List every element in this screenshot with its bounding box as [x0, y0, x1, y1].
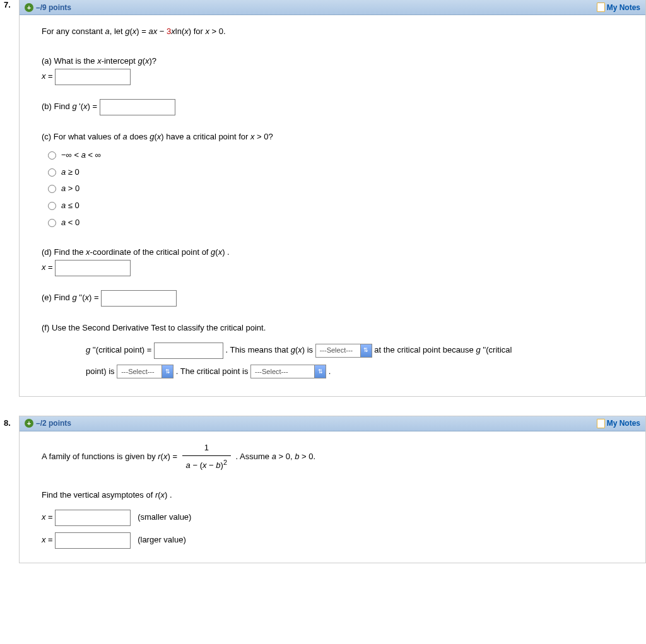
- text: (a) What is the: [42, 56, 97, 66]
- q8-intro: A family of functions is given by r(x) =…: [42, 440, 633, 474]
- select-7f-3[interactable]: ---Select---⇅: [250, 365, 326, 378]
- text: ) =: [89, 293, 101, 303]
- radio-7c-4[interactable]: [48, 202, 56, 210]
- text: > 0?: [254, 132, 273, 141]
- question-number-8: 8.: [0, 416, 19, 428]
- q7-part-f: (f) Use the Second Derivative Test to cl…: [42, 320, 633, 379]
- input-8-smaller[interactable]: [55, 510, 131, 526]
- note: (smaller value): [138, 512, 191, 522]
- question-body-8: A family of functions is given by r(x) =…: [20, 431, 645, 563]
- input-7b[interactable]: [100, 99, 175, 115]
- text: ) =: [167, 452, 179, 461]
- chevron-updown-icon: ⇅: [360, 344, 372, 357]
- text: ''(critical point) =: [93, 345, 154, 354]
- var-a: a: [272, 452, 276, 461]
- q8-find: Find the vertical asymptotes of r(x) .: [42, 488, 633, 503]
- var-g: g: [138, 56, 142, 66]
- denominator: a − (x − b)2: [182, 456, 231, 474]
- select-text: ---Select---: [251, 365, 314, 378]
- text: ln(: [175, 26, 184, 36]
- radio-7c-1[interactable]: [48, 151, 56, 160]
- question-header-8: + –/2 points My Notes: [20, 416, 645, 431]
- text: −: [157, 26, 167, 36]
- points-label: –/9 points: [36, 3, 71, 12]
- text: ) for: [189, 26, 206, 36]
- radio-7c-2[interactable]: [48, 168, 56, 177]
- text: -intercept: [102, 56, 138, 66]
- text: point) is: [86, 366, 117, 376]
- text: does: [127, 132, 150, 141]
- notes-icon: [597, 3, 605, 12]
- var-g: g: [86, 345, 93, 354]
- numerator: 1: [182, 440, 231, 457]
- text: ) .: [165, 490, 172, 500]
- select-text: ---Select---: [316, 344, 360, 357]
- var-a: a: [123, 132, 127, 141]
- q7-part-e: (e) Find g ''(x) =: [42, 290, 633, 307]
- var-g: g: [72, 102, 79, 112]
- text: ) =: [88, 102, 100, 112]
- var-g: g: [476, 345, 483, 354]
- q7-part-d: (d) Find the x-coordinate of the critica…: [42, 245, 633, 277]
- text: (c) For what values of: [42, 132, 123, 141]
- select-7f-2[interactable]: ---Select---⇅: [117, 365, 173, 378]
- input-7d[interactable]: [55, 260, 131, 276]
- my-notes-link[interactable]: My Notes: [607, 419, 640, 428]
- text: . This means that: [226, 345, 291, 354]
- text: (d) Find the: [42, 247, 86, 257]
- q8-answer-1: x = (smaller value): [42, 510, 633, 526]
- text: ) have a critical point for: [161, 132, 250, 141]
- question-body-7: For any constant a, let g(x) = ax − 3xln…: [20, 15, 645, 396]
- text: . Assume: [236, 452, 272, 461]
- input-7a[interactable]: [55, 69, 131, 85]
- label: a ≤ 0: [61, 198, 79, 214]
- label: a ≥ 0: [61, 165, 79, 180]
- input-7e[interactable]: [101, 290, 177, 307]
- text: =: [46, 512, 56, 522]
- question-7: + –/9 points My Notes For any constant a…: [19, 0, 646, 397]
- chevron-updown-icon: ⇅: [162, 365, 173, 378]
- text: =: [46, 263, 56, 272]
- input-8-larger[interactable]: [55, 532, 131, 549]
- q8-answer-2: x = (larger value): [42, 532, 633, 549]
- text: ''(critical: [483, 345, 512, 354]
- radio-7c-3[interactable]: [48, 185, 56, 193]
- var-g: g: [150, 132, 154, 141]
- select-7f-1[interactable]: ---Select---⇅: [315, 344, 372, 358]
- text: ) is: [302, 345, 315, 354]
- text: )?: [150, 56, 157, 66]
- text: (f) Use the Second Derivative Test to cl…: [42, 320, 633, 336]
- text: For any constant: [42, 26, 105, 36]
- text: (b) Find: [42, 102, 72, 112]
- var-g: g: [125, 26, 129, 36]
- text: > 0.: [209, 26, 226, 36]
- text: > 0.: [299, 452, 315, 461]
- label: a > 0: [61, 181, 79, 197]
- text: at the critical point because: [374, 345, 476, 354]
- text: .: [329, 366, 331, 376]
- text: =: [46, 535, 56, 544]
- text: > 0,: [276, 452, 295, 461]
- text: . The critical point is: [176, 366, 250, 376]
- expand-icon[interactable]: +: [25, 419, 33, 428]
- q7-part-b: (b) Find g '(x) =: [42, 99, 633, 115]
- var-g: g: [291, 345, 295, 354]
- q7-part-c: (c) For what values of a does g(x) have …: [42, 129, 633, 230]
- q7-part-a: (a) What is the x-intercept g(x)? x =: [42, 54, 633, 86]
- q7-intro: For any constant a, let g(x) = ax − 3xln…: [42, 24, 633, 40]
- my-notes-link[interactable]: My Notes: [607, 3, 640, 12]
- text: =: [46, 72, 56, 81]
- points-label: –/2 points: [36, 419, 71, 428]
- text: ) =: [136, 26, 148, 36]
- label: a < 0: [61, 215, 79, 231]
- chevron-updown-icon: ⇅: [314, 365, 326, 378]
- text: -coordinate of the critical point of: [90, 247, 211, 257]
- question-header-7: + –/9 points My Notes: [20, 0, 645, 15]
- question-8: + –/2 points My Notes A family of functi…: [19, 416, 646, 563]
- radio-7c-5[interactable]: [48, 219, 56, 227]
- expand-icon[interactable]: +: [25, 3, 33, 12]
- select-text: ---Select---: [117, 365, 162, 378]
- fraction: 1 a − (x − b)2: [182, 440, 231, 474]
- text: , let: [110, 26, 126, 36]
- input-7f-value[interactable]: [154, 342, 223, 359]
